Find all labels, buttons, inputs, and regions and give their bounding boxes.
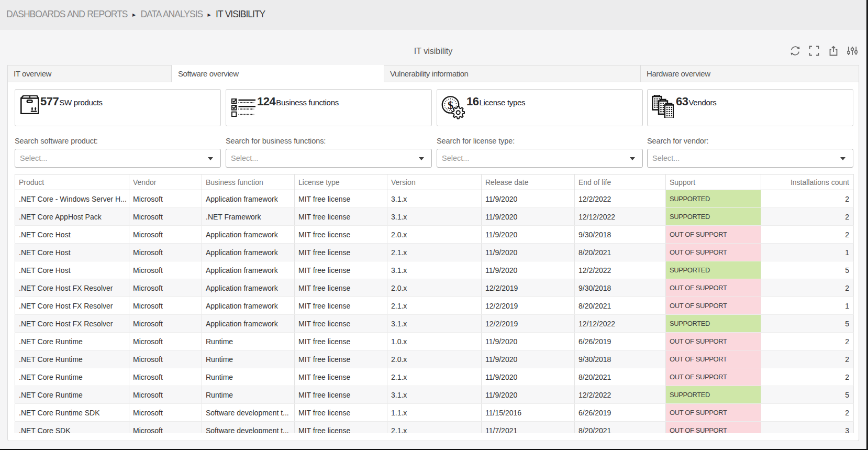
svg-text:$: $ [448, 98, 453, 112]
